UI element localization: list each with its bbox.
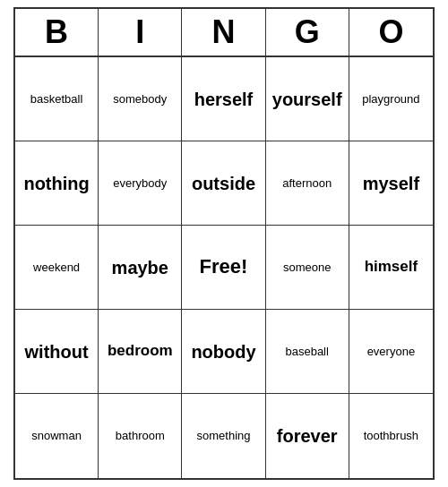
header-cell-o: O [349,9,433,56]
cell-text-9: myself [363,173,419,194]
header-cell-n: N [182,9,265,56]
bingo-cell-3: yourself [266,57,349,141]
header-cell-b: B [15,9,99,56]
bingo-card: BINGO basketballsomebodyherselfyourselfp… [13,7,435,480]
cell-text-16: bedroom [108,342,173,360]
cell-text-24: toothbrush [364,429,418,443]
cell-text-18: baseball [285,345,328,359]
cell-text-13: someone [283,261,331,275]
bingo-cell-0: basketball [15,57,99,141]
bingo-cell-15: without [15,310,99,394]
cell-text-11: maybe [112,257,168,278]
cell-text-0: basketball [30,92,83,107]
cell-text-21: bathroom [116,429,165,443]
cell-text-2: herself [194,89,254,110]
cell-text-7: outside [192,173,255,194]
bingo-cell-19: everyone [349,310,433,394]
bingo-cell-22: something [182,394,265,478]
bingo-cell-5: nothing [15,141,99,226]
bingo-cell-4: playground [349,57,433,141]
bingo-cell-14: himself [349,226,433,310]
bingo-cell-13: someone [266,226,349,310]
bingo-cell-10: weekend [15,226,99,310]
cell-text-23: forever [277,425,338,447]
bingo-cell-23: forever [266,394,349,478]
bingo-cell-18: baseball [266,310,349,394]
bingo-header: BINGO [15,9,433,57]
bingo-cell-9: myself [349,141,433,226]
header-cell-g: G [266,9,349,56]
cell-text-20: snowman [31,429,82,443]
cell-text-8: afternoon [282,176,332,191]
bingo-cell-6: everybody [99,141,182,226]
cell-text-12: Free! [200,255,248,278]
bingo-cell-21: bathroom [99,394,182,478]
cell-text-3: yourself [272,89,342,110]
bingo-cell-7: outside [182,141,265,226]
cell-text-6: everybody [113,176,167,191]
bingo-cell-8: afternoon [266,141,349,226]
bingo-cell-12: Free! [182,226,265,310]
bingo-cell-20: snowman [15,394,99,478]
cell-text-1: somebody [113,92,167,107]
bingo-cell-1: somebody [99,57,182,141]
cell-text-22: something [197,429,251,443]
cell-text-14: himself [365,258,418,276]
bingo-cell-16: bedroom [99,310,182,394]
cell-text-19: everyone [367,345,415,359]
header-cell-i: I [99,9,182,56]
cell-text-5: nothing [23,173,89,194]
bingo-grid: basketballsomebodyherselfyourselfplaygro… [15,57,433,478]
bingo-cell-11: maybe [99,226,182,310]
bingo-cell-24: toothbrush [349,394,433,478]
cell-text-4: playground [362,92,419,107]
cell-text-17: nobody [191,341,255,363]
bingo-cell-17: nobody [182,310,265,394]
cell-text-10: weekend [33,261,80,275]
bingo-cell-2: herself [182,57,265,141]
cell-text-15: without [25,341,89,363]
